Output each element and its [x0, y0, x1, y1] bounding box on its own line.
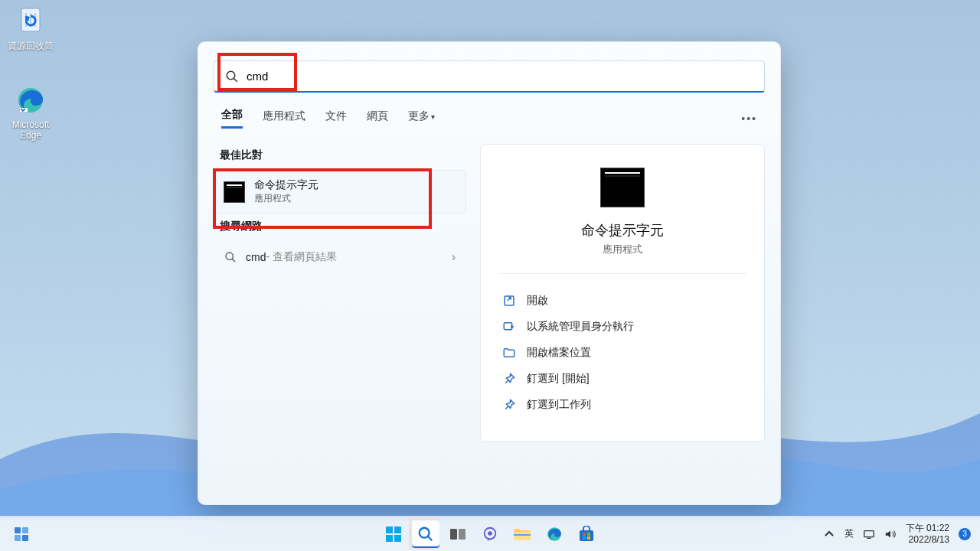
admin-icon — [502, 320, 516, 334]
cmd-icon — [600, 168, 645, 207]
folder-icon — [502, 346, 516, 360]
ime-indicator[interactable]: 英 — [844, 527, 854, 540]
edge-button[interactable] — [541, 520, 568, 548]
pin-icon — [502, 372, 516, 386]
svg-rect-29 — [583, 536, 586, 540]
svg-rect-15 — [386, 535, 393, 542]
desktop-icon-recycle-bin[interactable]: 資源回收筒 — [2, 5, 60, 53]
folder-icon — [513, 527, 531, 542]
search-icon — [417, 526, 434, 543]
edge-icon — [546, 526, 563, 543]
svg-rect-9 — [15, 527, 21, 533]
start-button[interactable] — [380, 520, 407, 548]
svg-rect-31 — [864, 530, 873, 536]
chevron-down-icon: ▾ — [431, 112, 435, 121]
preview-subtitle: 應用程式 — [499, 243, 746, 256]
desktop-icon-label: 資源回收筒 — [2, 40, 60, 53]
search-icon — [224, 251, 237, 263]
open-icon — [502, 294, 516, 308]
result-subtitle: 應用程式 — [254, 192, 318, 205]
svg-point-17 — [420, 527, 430, 537]
svg-rect-10 — [22, 527, 28, 533]
action-pin-taskbar[interactable]: 釘選到工作列 — [499, 392, 746, 418]
result-cmd[interactable]: 命令提示字元 應用程式 — [214, 170, 466, 214]
preview-title: 命令提示字元 — [499, 221, 746, 240]
notification-badge[interactable]: 3 — [959, 528, 971, 540]
svg-rect-8 — [504, 323, 512, 330]
chat-button[interactable] — [476, 520, 504, 548]
svg-rect-24 — [514, 534, 531, 536]
filter-tab-documents[interactable]: 文件 — [325, 109, 347, 128]
explorer-button[interactable] — [508, 520, 536, 548]
svg-point-3 — [227, 71, 235, 80]
web-result-suffix: - 查看網頁結果 — [266, 250, 337, 264]
task-view-icon — [449, 527, 466, 542]
chat-icon — [482, 526, 498, 543]
time-label: 下午 01:22 — [906, 523, 949, 533]
task-view-button[interactable] — [444, 520, 472, 548]
desktop-icon-edge[interactable]: Microsoft Edge — [2, 84, 60, 141]
action-open-location[interactable]: 開啟檔案位置 — [499, 340, 746, 366]
filter-tab-web[interactable]: 網頁 — [367, 109, 388, 128]
svg-rect-26 — [580, 530, 593, 541]
chevron-up-icon[interactable] — [823, 528, 835, 540]
svg-rect-28 — [587, 533, 590, 536]
svg-line-18 — [428, 536, 433, 540]
svg-point-22 — [488, 531, 492, 536]
chevron-right-icon: › — [452, 250, 456, 264]
widgets-button[interactable] — [8, 520, 35, 548]
results-column: 最佳比對 命令提示字元 應用程式 搜尋網路 cmd - 查看網頁結果 › — [214, 144, 466, 442]
svg-line-6 — [232, 259, 235, 262]
web-result-term: cmd — [246, 251, 266, 263]
svg-rect-16 — [394, 535, 401, 542]
edge-icon — [15, 84, 47, 116]
result-title: 命令提示字元 — [254, 178, 318, 192]
svg-rect-30 — [587, 536, 590, 540]
windows-icon — [385, 526, 402, 543]
network-icon[interactable] — [863, 528, 875, 540]
svg-rect-13 — [386, 527, 393, 533]
web-result-cmd[interactable]: cmd - 查看網頁結果 › — [214, 241, 466, 273]
desktop-icon-label: Microsoft Edge — [2, 119, 60, 141]
store-button[interactable] — [573, 520, 600, 548]
action-open[interactable]: 開啟 — [499, 288, 746, 314]
svg-rect-12 — [22, 535, 28, 541]
search-filters: 全部 應用程式 文件 網頁 更多▾ ••• — [198, 93, 780, 135]
svg-line-4 — [234, 78, 237, 82]
svg-rect-23 — [514, 532, 531, 540]
preview-pane: 命令提示字元 應用程式 開啟 以系統管理員身分執行 開啟檔案位置 釘選到 [開始… — [480, 144, 765, 442]
volume-icon[interactable] — [884, 528, 897, 540]
section-best-match: 最佳比對 — [220, 148, 460, 162]
search-panel: 全部 應用程式 文件 網頁 更多▾ ••• 最佳比對 命令提示字元 應用程式 搜… — [198, 41, 781, 505]
search-icon — [225, 70, 239, 83]
filter-tab-all[interactable]: 全部 — [221, 108, 243, 129]
section-search-web: 搜尋網路 — [220, 220, 460, 233]
widgets-icon — [14, 527, 29, 542]
filter-tab-apps[interactable]: 應用程式 — [263, 109, 305, 128]
action-run-admin[interactable]: 以系統管理員身分執行 — [499, 314, 746, 340]
svg-point-5 — [226, 253, 233, 259]
svg-rect-19 — [450, 529, 457, 540]
store-icon — [578, 526, 595, 543]
pin-icon — [502, 398, 516, 412]
date-label: 2022/8/13 — [906, 534, 949, 545]
clock[interactable]: 下午 01:22 2022/8/13 — [906, 523, 949, 545]
search-button[interactable] — [412, 520, 439, 548]
svg-rect-27 — [583, 533, 586, 536]
filter-tab-more[interactable]: 更多▾ — [408, 109, 435, 128]
svg-rect-11 — [15, 535, 21, 541]
taskbar: 英 下午 01:22 2022/8/13 3 — [0, 516, 980, 551]
recycle-bin-icon — [15, 5, 47, 37]
cmd-icon — [224, 181, 245, 203]
more-options-button[interactable]: ••• — [741, 112, 757, 125]
svg-rect-20 — [459, 529, 466, 540]
search-bar[interactable] — [214, 60, 765, 93]
svg-rect-14 — [394, 527, 401, 533]
action-pin-start[interactable]: 釘選到 [開始] — [499, 366, 746, 392]
search-input[interactable] — [247, 70, 753, 83]
